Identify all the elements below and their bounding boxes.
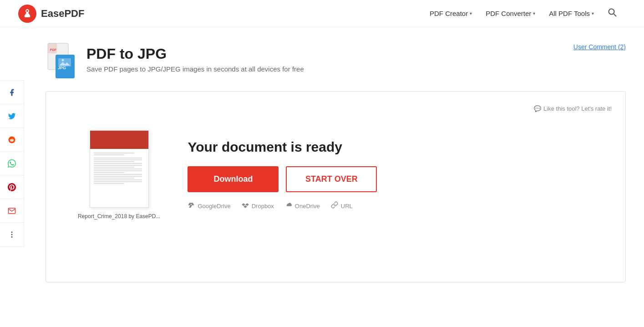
chevron-down-icon: ▾ bbox=[592, 11, 594, 16]
nav-pdf-creator[interactable]: PDF Creator ▾ bbox=[430, 10, 472, 17]
svg-point-12 bbox=[62, 59, 64, 61]
svg-line-1 bbox=[614, 14, 617, 17]
doc-line bbox=[94, 163, 142, 164]
ready-section: Your document is ready Download START OV… bbox=[188, 139, 593, 210]
onedrive-icon bbox=[285, 201, 292, 210]
reddit-share-button[interactable] bbox=[0, 128, 24, 152]
nav-all-pdf-tools[interactable]: All PDF Tools ▾ bbox=[549, 10, 594, 17]
rate-link-area: 💬 Like this tool? Let's rate it! bbox=[60, 105, 612, 112]
doc-line bbox=[94, 170, 142, 171]
onedrive-option[interactable]: OneDrive bbox=[285, 201, 320, 210]
cloud-options: GoogleDrive Dropbox OneDrive bbox=[188, 201, 593, 210]
googledrive-icon bbox=[188, 201, 195, 210]
svg-point-5 bbox=[11, 236, 13, 238]
doc-line bbox=[94, 181, 142, 182]
main-content: PDF JPG PDF to JPG Save PDF pages to JPG… bbox=[27, 27, 644, 296]
dropbox-icon bbox=[242, 201, 249, 210]
doc-line bbox=[94, 158, 142, 158]
svg-point-0 bbox=[609, 9, 614, 15]
logo-text: EasePDF bbox=[41, 8, 84, 20]
facebook-share-button[interactable] bbox=[0, 81, 24, 104]
page-header: PDF JPG PDF to JPG Save PDF pages to JPG… bbox=[46, 41, 626, 77]
doc-line bbox=[94, 153, 135, 153]
chevron-down-icon: ▾ bbox=[533, 11, 535, 16]
doc-line bbox=[94, 167, 135, 168]
doc-line bbox=[94, 174, 142, 175]
nav-pdf-converter[interactable]: PDF Converter ▾ bbox=[486, 10, 535, 17]
svg-point-4 bbox=[11, 234, 13, 235]
action-buttons: Download START OVER bbox=[188, 166, 593, 192]
doc-line bbox=[94, 178, 135, 179]
main-nav: PDF Creator ▾ PDF Converter ▾ All PDF To… bbox=[430, 8, 617, 19]
doc-line bbox=[94, 176, 142, 177]
doc-line bbox=[94, 161, 135, 162]
svg-point-3 bbox=[11, 231, 13, 233]
email-share-button[interactable] bbox=[0, 199, 24, 223]
doc-line bbox=[94, 159, 142, 160]
page-header-left: PDF JPG PDF to JPG Save PDF pages to JPG… bbox=[46, 41, 304, 77]
start-over-button[interactable]: START OVER bbox=[286, 166, 377, 192]
twitter-share-button[interactable] bbox=[0, 104, 24, 128]
page-title: PDF to JPG bbox=[86, 46, 304, 62]
doc-line bbox=[94, 179, 142, 180]
page-subtitle: Save PDF pages to JPG/JPEG images in sec… bbox=[86, 65, 304, 73]
search-button[interactable] bbox=[608, 8, 617, 19]
url-icon bbox=[331, 201, 338, 210]
svg-text:PDF: PDF bbox=[50, 48, 57, 51]
tool-container: 💬 Like this tool? Let's rate it! bbox=[46, 91, 626, 282]
doc-line bbox=[94, 183, 124, 184]
logo[interactable]: EasePDF bbox=[18, 5, 84, 23]
download-button[interactable]: Download bbox=[188, 166, 279, 192]
dropbox-option[interactable]: Dropbox bbox=[242, 201, 274, 210]
logo-icon bbox=[18, 5, 36, 23]
document-thumbnail bbox=[90, 130, 149, 208]
doc-line bbox=[94, 165, 142, 166]
thumbnail-body bbox=[90, 149, 148, 189]
pinterest-share-button[interactable] bbox=[0, 175, 24, 199]
page-title-area: PDF to JPG Save PDF pages to JPG/JPEG im… bbox=[86, 46, 304, 73]
doc-line bbox=[94, 172, 124, 173]
comment-icon: 💬 bbox=[534, 105, 541, 112]
doc-line bbox=[94, 169, 142, 169]
document-filename: Report_Crime_2018 by EasePD... bbox=[78, 213, 160, 220]
doc-line bbox=[94, 154, 124, 155]
url-option[interactable]: URL bbox=[331, 201, 353, 210]
result-area: Report_Crime_2018 by EasePD... Your docu… bbox=[60, 121, 612, 229]
user-comment-link[interactable]: User Comment (2) bbox=[573, 43, 626, 51]
whatsapp-share-button[interactable] bbox=[0, 152, 24, 175]
page-type-icon: PDF JPG bbox=[46, 41, 77, 77]
chevron-down-icon: ▾ bbox=[470, 11, 472, 16]
more-share-button[interactable] bbox=[0, 223, 24, 246]
googledrive-option[interactable]: GoogleDrive bbox=[188, 201, 230, 210]
document-preview: Report_Crime_2018 by EasePD... bbox=[78, 130, 160, 220]
thumbnail-header bbox=[90, 131, 148, 149]
rate-tool-link[interactable]: 💬 Like this tool? Let's rate it! bbox=[534, 105, 612, 112]
social-sidebar bbox=[0, 80, 24, 247]
header: EasePDF PDF Creator ▾ PDF Converter ▾ Al… bbox=[0, 0, 644, 27]
ready-title: Your document is ready bbox=[188, 139, 593, 155]
